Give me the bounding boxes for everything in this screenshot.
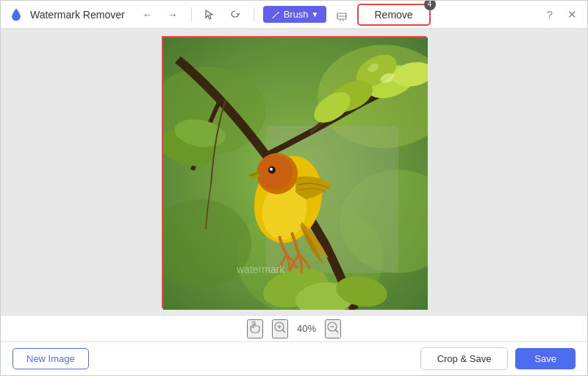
zoom-out-button[interactable] — [325, 319, 341, 338]
hand-tool-button[interactable] — [247, 319, 263, 338]
badge-wrapper: Remove 4 — [357, 4, 431, 26]
brush-chevron: ▼ — [312, 10, 319, 18]
app-logo — [8, 7, 24, 23]
close-button[interactable]: ✕ — [564, 7, 580, 23]
toolbar-separator-2 — [254, 7, 254, 22]
title-bar: Watermark Remover ← → Brush ▼ Remove 4 — [1, 1, 587, 29]
brush-tool-button[interactable]: Brush ▼ — [263, 6, 326, 23]
crop-save-button[interactable]: Crop & Save — [420, 347, 509, 370]
window-controls: ? ✕ — [542, 7, 580, 23]
toolbar-separator — [191, 7, 192, 22]
app-title: Watermark Remover — [30, 9, 125, 21]
lasso-tool-button[interactable] — [226, 5, 245, 24]
canvas-area: watermark — [1, 29, 587, 315]
select-tool-button[interactable] — [201, 5, 220, 24]
remove-badge: 4 — [424, 0, 436, 10]
bird-scene-svg: watermark — [163, 38, 428, 310]
bottom-bar: New Image Crop & Save Save — [1, 341, 587, 375]
help-button[interactable]: ? — [542, 7, 558, 23]
undo-button[interactable]: ← — [138, 5, 157, 24]
zoom-in-button[interactable] — [272, 319, 288, 338]
eraser-tool-button[interactable] — [332, 5, 351, 24]
brush-label: Brush — [284, 9, 309, 20]
save-button[interactable]: Save — [515, 348, 576, 369]
zoom-bar: 40% — [1, 315, 587, 341]
image-container[interactable]: watermark — [162, 36, 426, 308]
new-image-button[interactable]: New Image — [12, 348, 89, 369]
redo-button[interactable]: → — [163, 5, 182, 24]
remove-button[interactable]: Remove — [357, 4, 431, 26]
zoom-level: 40% — [297, 323, 316, 334]
svg-text:watermark: watermark — [236, 263, 285, 275]
svg-point-23 — [270, 168, 273, 171]
